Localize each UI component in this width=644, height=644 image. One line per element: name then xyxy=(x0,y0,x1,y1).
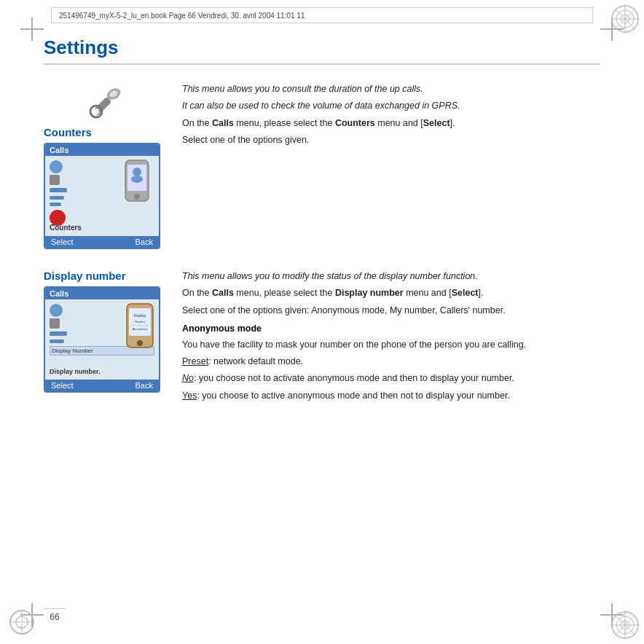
dn-phone-label: Display number. xyxy=(50,368,101,375)
counters-description: This menu allows you to consult the dura… xyxy=(182,82,600,249)
anonymous-desc: You have the facility to mask your numbe… xyxy=(182,338,600,352)
dn-select-bold: Select xyxy=(452,288,479,298)
counters-desc1: This menu allows you to consult the dura… xyxy=(182,82,600,96)
counters-image-area: Counters Calls xyxy=(44,82,168,249)
wrench-icon xyxy=(86,82,125,122)
counters-desc3-mid: menu, please select the xyxy=(234,118,335,128)
svg-point-25 xyxy=(134,194,140,200)
counters-heading: Counters xyxy=(44,126,168,138)
yes-text: Yes: you choose to active anonymous mode… xyxy=(182,389,600,403)
dn-desc3: Select one of the options given: Anonymo… xyxy=(182,304,600,318)
dn-display-bold: Display number xyxy=(335,288,404,298)
counters-calls-label: Calls xyxy=(212,118,234,128)
display-number-image-area: Display number Calls xyxy=(44,270,168,406)
preset-label: Preset xyxy=(182,356,208,366)
counters-section: Counters Calls xyxy=(44,82,600,249)
book-reference: 251496749_myX-5-2_lu_en.book Page 66 Ven… xyxy=(59,12,305,20)
counters-select-bold: Select xyxy=(423,118,450,128)
display-number-section: Display number Calls xyxy=(44,270,600,406)
yes-label: Yes xyxy=(182,390,197,401)
svg-text:Number: Number xyxy=(135,320,146,323)
svg-point-30 xyxy=(137,340,143,346)
dn-desc2-mid: menu, please select the xyxy=(234,288,335,298)
cross-decoration-tl xyxy=(20,17,44,41)
starburst-tr xyxy=(609,3,641,35)
counters-back-label: Back xyxy=(136,237,153,246)
dn-desc2: On the Calls menu, please select the Dis… xyxy=(182,286,600,300)
no-text: No: you choose not to activate anonymous… xyxy=(182,372,600,385)
counters-desc3-end: ]. xyxy=(450,118,455,128)
svg-point-22 xyxy=(93,109,99,114)
dn-desc2-post: menu and [ xyxy=(404,288,452,298)
counters-phone-header: Calls xyxy=(45,144,159,156)
dn-phone-graphic: Display Number Anonymous xyxy=(124,302,156,356)
counters-phone-mockup: Calls xyxy=(44,143,160,249)
preset-text: Preset: network default mode. xyxy=(182,355,600,369)
starburst-br xyxy=(609,609,641,641)
circle-decoration-bl xyxy=(9,609,35,635)
preset-desc: : network default mode. xyxy=(208,356,303,366)
yes-desc: : you choose to active anonymous mode an… xyxy=(197,390,509,401)
counters-phone-footer: Select Back xyxy=(45,236,159,248)
counters-select-label: Select xyxy=(51,237,74,246)
anonymous-mode-heading: Anonymous mode xyxy=(182,322,600,336)
phone-graphic xyxy=(119,159,154,219)
dn-desc1: This menu allows you to modify the statu… xyxy=(182,270,600,283)
display-number-description: This menu allows you to modify the statu… xyxy=(182,270,600,406)
counters-desc3: On the Calls menu, please select the Cou… xyxy=(182,117,600,130)
counters-desc3-post: menu and [ xyxy=(375,118,423,128)
dn-desc2-end: ]. xyxy=(479,288,484,298)
top-metadata-bar: 251496749_myX-5-2_lu_en.book Page 66 Ven… xyxy=(51,7,593,23)
svg-text:Anonymous: Anonymous xyxy=(132,327,147,331)
no-desc: : you choose not to activate anonymous m… xyxy=(194,373,514,383)
counters-desc4: Select one of the options given. xyxy=(182,133,600,147)
dn-desc2-pre: On the xyxy=(182,288,212,298)
dn-calls-bold: Calls xyxy=(212,288,234,298)
main-content: Settings Counters Calls xyxy=(44,36,600,608)
display-number-heading: Display number xyxy=(44,270,168,282)
svg-point-26 xyxy=(133,168,141,176)
page-number: 66 xyxy=(44,608,66,622)
svg-text:Display: Display xyxy=(134,313,146,318)
display-number-phone-footer: Select Back xyxy=(45,380,159,391)
dn-select-label: Select xyxy=(51,381,74,390)
display-number-phone-mockup: Calls xyxy=(44,286,160,393)
dn-back-label: Back xyxy=(136,381,153,390)
page-title: Settings xyxy=(44,36,600,65)
no-label: No xyxy=(182,373,194,383)
counters-desc3-pre: On the xyxy=(182,118,212,128)
svg-point-27 xyxy=(131,176,143,183)
counters-desc2: It can also be used to check the volume … xyxy=(182,99,600,113)
display-number-phone-header: Calls xyxy=(45,288,159,299)
counters-label-bold: Counters xyxy=(335,118,375,128)
wrench-icon-area xyxy=(44,82,168,122)
counters-phone-label: Counters xyxy=(50,224,82,232)
